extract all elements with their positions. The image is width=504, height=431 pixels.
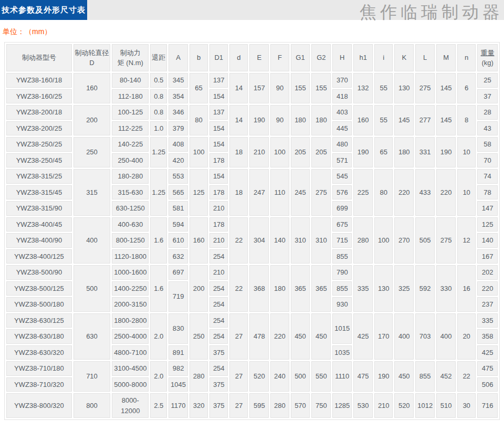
- table-cell: 375: [209, 393, 228, 418]
- table-cell: 304: [249, 217, 269, 264]
- table-cell: 270: [394, 217, 414, 264]
- model-cell: YWZ38-315/25: [6, 169, 72, 184]
- table-cell: 180: [394, 137, 414, 167]
- table-cell: 699: [332, 201, 352, 216]
- table-cell: 155: [291, 73, 310, 103]
- table-cell: 210: [209, 201, 228, 216]
- table-cell: 254: [209, 361, 228, 376]
- table-cell: 368: [249, 265, 269, 312]
- table-cell: 147: [477, 201, 498, 216]
- table-cell: 10: [457, 137, 476, 167]
- table-cell: 160: [353, 105, 373, 135]
- table-cell: 325: [394, 265, 414, 312]
- model-cell: YWZ38-200/25: [6, 121, 72, 136]
- table-cell: 190: [249, 105, 269, 135]
- table-cell: 553: [169, 169, 188, 184]
- table-cell: 565: [169, 185, 188, 200]
- header-cell: D1: [209, 44, 228, 71]
- table-cell: 594: [169, 217, 188, 232]
- table-cell: 592: [415, 265, 435, 312]
- table-cell: 18: [229, 169, 248, 216]
- model-cell: YWZ38-200/18: [6, 105, 72, 120]
- table-cell: 2.0: [150, 361, 167, 392]
- table-cell: 250-400: [112, 153, 149, 168]
- page-title: 技术参数及外形尺寸表: [0, 0, 87, 20]
- table-cell: 170: [374, 313, 393, 360]
- table-cell: 154: [209, 169, 228, 184]
- table-cell: 450: [394, 361, 414, 392]
- table-cell: 379: [169, 121, 188, 136]
- table-cell: 145: [394, 105, 414, 135]
- table-cell: 790: [332, 265, 352, 280]
- table-cell: 210: [209, 265, 228, 280]
- table-cell: 100: [190, 137, 208, 167]
- table-cell: 200: [74, 105, 110, 135]
- table-cell: 210: [374, 393, 393, 418]
- table-cell: 280: [353, 217, 373, 264]
- table-cell: 750: [311, 393, 331, 418]
- table-cell: 12: [457, 217, 476, 264]
- table-cell: 58: [477, 137, 498, 152]
- table-cell: 155: [311, 73, 331, 103]
- table-cell: 167: [477, 249, 498, 264]
- table-cell: 254: [209, 329, 228, 344]
- table-cell: 254: [209, 297, 228, 312]
- model-cell: YWZ38-315/45: [6, 185, 72, 200]
- table-cell: 14: [229, 105, 248, 135]
- header-cell: G2: [311, 44, 331, 71]
- spec-table: 制动器型号制动轮直径 D制动力矩 (N.m)退距AbD1dEFG1G2Hh1iK…: [4, 42, 500, 420]
- header-row: 制动器型号制动轮直径 D制动力矩 (N.m)退距AbD1dEFG1G2Hh1iK…: [6, 44, 498, 71]
- table-cell: 16: [457, 265, 476, 312]
- table-cell: 180: [291, 105, 310, 135]
- table-cell: 140: [477, 233, 498, 248]
- table-cell: 375: [209, 345, 228, 360]
- model-cell: YWZ38-630/125: [6, 313, 72, 328]
- table-cell: 697: [169, 265, 188, 280]
- table-cell: 100: [270, 137, 289, 167]
- table-cell: 675: [332, 217, 352, 232]
- table-cell: 0.5: [150, 73, 167, 88]
- table-cell: 520: [249, 361, 269, 392]
- table-cell: 1012: [415, 393, 435, 418]
- model-cell: YWZ38-500/125: [6, 281, 72, 296]
- table-cell: 112-180: [112, 89, 149, 104]
- table-cell: 178: [209, 185, 228, 200]
- table-cell: 80: [190, 105, 208, 135]
- table-cell: 28: [477, 105, 498, 120]
- header-cell: K: [394, 44, 414, 71]
- model-cell: YWZ38-400/125: [6, 249, 72, 264]
- table-cell: 500: [291, 361, 310, 392]
- header-cell: 制动轮直径 D: [74, 44, 110, 71]
- table-cell: 2.0: [150, 313, 167, 360]
- table-cell: 8: [457, 105, 476, 135]
- table-cell: 27: [229, 313, 248, 360]
- table-row: YWZ38-160/1816080-1400.53456513714157901…: [6, 73, 498, 88]
- table-cell: 710: [74, 361, 110, 392]
- table-cell: 210: [249, 137, 269, 167]
- table-cell: 330: [436, 265, 456, 312]
- header-cell: G1: [291, 44, 310, 71]
- table-cell: 247: [249, 169, 269, 216]
- table-cell: 570: [291, 393, 310, 418]
- table-cell: 310: [291, 217, 310, 264]
- table-cell: 145: [436, 73, 456, 103]
- table-cell: 855: [332, 249, 352, 264]
- table-cell: 1015: [332, 313, 352, 344]
- table-cell: 716: [477, 393, 498, 418]
- table-cell: 275: [311, 169, 331, 216]
- table-cell: 1170: [169, 393, 188, 418]
- model-cell: YWZ38-800/320: [6, 393, 72, 418]
- table-cell: 220: [436, 169, 456, 216]
- model-cell: YWZ38-160/18: [6, 73, 72, 88]
- table-cell: 137: [209, 73, 228, 88]
- table-cell: 140: [270, 217, 289, 264]
- header-cell: 制动力矩 (N.m): [112, 44, 149, 71]
- table-cell: 335: [477, 313, 498, 328]
- header-cell: n: [457, 44, 476, 71]
- table-cell: 275: [436, 217, 456, 264]
- table-cell: 1110: [332, 361, 352, 392]
- table-cell: 418: [332, 89, 352, 104]
- table-cell: 358: [477, 329, 498, 344]
- table-cell: 452: [436, 361, 456, 392]
- table-cell: 365: [291, 265, 310, 312]
